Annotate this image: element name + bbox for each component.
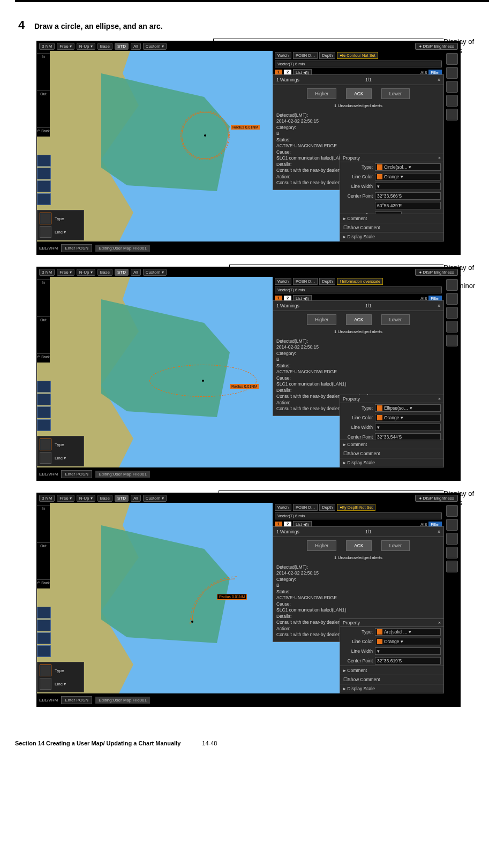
ack-button[interactable]: ACK bbox=[346, 314, 371, 325]
display-scale-section[interactable]: ▸ Display Scale bbox=[340, 458, 443, 467]
nup-button[interactable]: N-Up ▾ bbox=[77, 43, 95, 50]
comment-section[interactable]: ▸ Comment bbox=[340, 214, 443, 223]
line-type-icon[interactable] bbox=[40, 226, 51, 238]
linecolor-select[interactable]: Orange ▾ bbox=[375, 638, 441, 645]
center-lon-field[interactable]: 60°55.439'E bbox=[375, 202, 441, 209]
show-comment-check[interactable]: ☐Show Comment bbox=[340, 449, 443, 458]
range-pill[interactable]: 3 NM bbox=[39, 495, 55, 502]
line-select[interactable]: Line ▾ bbox=[53, 678, 81, 690]
depth-pill[interactable]: Depth bbox=[319, 504, 335, 511]
enter-posn-button[interactable]: Enter POSN bbox=[61, 244, 92, 252]
close-icon[interactable]: × bbox=[438, 529, 440, 534]
arc-type-icon[interactable] bbox=[40, 665, 51, 676]
range-pill[interactable]: 3 NM bbox=[39, 269, 55, 276]
close-icon[interactable]: × bbox=[438, 77, 440, 82]
undo-icon[interactable] bbox=[37, 406, 51, 418]
close-icon[interactable]: × bbox=[438, 620, 441, 625]
tool-icon[interactable] bbox=[446, 519, 458, 531]
custom-button[interactable]: Custom ▾ bbox=[143, 43, 167, 50]
higher-button[interactable]: Higher bbox=[307, 88, 336, 99]
watch-pill[interactable]: Watch bbox=[275, 52, 291, 59]
disp-brightness[interactable]: ● DISP Brightness bbox=[415, 43, 458, 50]
close-icon[interactable]: × bbox=[438, 396, 441, 402]
redo-icon[interactable] bbox=[37, 419, 51, 431]
type-select[interactable]: Arc(solid … ▾ bbox=[375, 628, 441, 636]
std-button[interactable]: STD bbox=[115, 269, 129, 276]
free-button[interactable]: Free ▾ bbox=[57, 269, 74, 276]
tool-icon[interactable] bbox=[446, 81, 458, 93]
tool-icon[interactable] bbox=[446, 293, 458, 305]
undo-icon[interactable] bbox=[37, 632, 51, 644]
higher-button[interactable]: Higher bbox=[307, 540, 336, 551]
line-select[interactable]: Line ▾ bbox=[53, 226, 81, 238]
redo-icon[interactable] bbox=[37, 193, 51, 205]
select-icon[interactable] bbox=[37, 394, 51, 405]
nav-back[interactable]: ↶ Back bbox=[37, 353, 50, 360]
line-select[interactable]: Line ▾ bbox=[53, 452, 81, 464]
ack-button[interactable]: ACK bbox=[346, 88, 371, 99]
higher-button[interactable]: Higher bbox=[307, 314, 336, 325]
ellipse-type-icon[interactable] bbox=[40, 439, 51, 450]
posn-pill[interactable]: POSN D… bbox=[293, 52, 318, 59]
zoom-out[interactable]: Out bbox=[37, 90, 50, 97]
zoom-in[interactable]: In bbox=[37, 505, 50, 511]
disp-brightness[interactable]: ● DISP Brightness bbox=[415, 269, 458, 276]
tool-icon[interactable] bbox=[446, 335, 458, 346]
pencil-icon[interactable] bbox=[37, 607, 51, 618]
lower-button[interactable]: Lower bbox=[381, 540, 410, 551]
depth-pill[interactable]: Depth bbox=[319, 278, 335, 285]
tool-icon[interactable] bbox=[446, 561, 458, 572]
enter-posn-button[interactable]: Enter POSN bbox=[61, 696, 92, 704]
undo-icon[interactable] bbox=[37, 180, 51, 192]
tool-icon[interactable] bbox=[446, 279, 458, 291]
zoom-out[interactable]: Out bbox=[37, 316, 50, 323]
show-comment-check[interactable]: ☐Show Comment bbox=[340, 223, 443, 232]
tool-icon[interactable] bbox=[446, 109, 458, 120]
nav-back[interactable]: ↶ Back bbox=[37, 127, 50, 134]
std-button[interactable]: STD bbox=[115, 43, 129, 50]
show-comment-check[interactable]: ☐Show Comment bbox=[340, 675, 443, 684]
nup-button[interactable]: N-Up ▾ bbox=[77, 269, 95, 276]
select-icon[interactable] bbox=[37, 620, 51, 631]
zoom-in[interactable]: In bbox=[37, 279, 50, 285]
zoom-out[interactable]: Out bbox=[37, 542, 50, 549]
circle-type-icon[interactable] bbox=[40, 213, 51, 224]
posn-pill[interactable]: POSN D… bbox=[293, 504, 318, 511]
tool-icon[interactable] bbox=[446, 95, 458, 107]
close-icon[interactable]: × bbox=[438, 155, 441, 161]
watch-pill[interactable]: Watch bbox=[275, 504, 291, 511]
type-select[interactable]: Circle(sol… ▾ bbox=[375, 163, 441, 171]
display-scale-section[interactable]: ▸ Display Scale bbox=[340, 232, 443, 241]
comment-section[interactable]: ▸ Comment bbox=[340, 666, 443, 675]
base-button[interactable]: Base bbox=[97, 43, 112, 50]
custom-button[interactable]: Custom ▾ bbox=[143, 269, 167, 276]
linecolor-select[interactable]: Orange ▾ bbox=[375, 173, 441, 180]
free-button[interactable]: Free ▾ bbox=[57, 43, 74, 50]
nup-button[interactable]: N-Up ▾ bbox=[77, 495, 95, 502]
all-button[interactable]: All bbox=[131, 43, 141, 50]
type-select[interactable]: Ellipse(so… ▾ bbox=[375, 404, 441, 412]
all-button[interactable]: All bbox=[131, 269, 141, 276]
pencil-icon[interactable] bbox=[37, 155, 51, 167]
tool-icon[interactable] bbox=[446, 321, 458, 333]
drawn-arc[interactable] bbox=[187, 573, 251, 638]
base-button[interactable]: Base bbox=[97, 495, 112, 502]
lower-button[interactable]: Lower bbox=[381, 314, 410, 325]
lower-button[interactable]: Lower bbox=[381, 88, 410, 99]
line-type-icon[interactable] bbox=[40, 678, 51, 690]
close-icon[interactable]: × bbox=[438, 303, 440, 308]
disp-brightness[interactable]: ● DISP Brightness bbox=[415, 495, 458, 502]
tool-icon[interactable] bbox=[446, 547, 458, 558]
all-button[interactable]: All bbox=[131, 495, 141, 502]
tool-icon[interactable] bbox=[446, 67, 458, 79]
nav-back[interactable]: ↶ Back bbox=[37, 579, 50, 586]
linewidth-select[interactable]: ▾ bbox=[375, 647, 441, 655]
base-button[interactable]: Base bbox=[97, 269, 112, 276]
comment-section[interactable]: ▸ Comment bbox=[340, 440, 443, 449]
watch-pill[interactable]: Watch bbox=[275, 278, 291, 285]
std-button[interactable]: STD bbox=[115, 495, 129, 502]
tool-icon[interactable] bbox=[446, 53, 458, 65]
tool-icon[interactable] bbox=[446, 533, 458, 545]
tool-icon[interactable] bbox=[446, 505, 458, 517]
custom-button[interactable]: Custom ▾ bbox=[143, 495, 167, 502]
